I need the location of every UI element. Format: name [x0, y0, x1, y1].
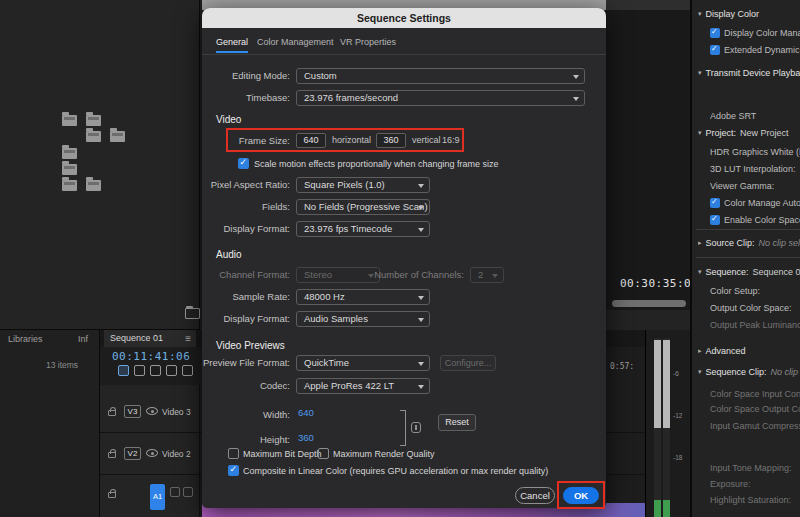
tab-sequence-01[interactable]: Sequence 01 ≡ [104, 330, 196, 347]
bin-icon[interactable] [86, 131, 101, 142]
link-dimensions-icon[interactable] [411, 422, 421, 433]
height-value[interactable]: 360 [298, 432, 314, 443]
scale-motion-checkbox[interactable] [238, 158, 249, 169]
rp-section-project[interactable]: ▾ Project: New Project [698, 127, 800, 139]
bin-icon[interactable] [62, 148, 77, 159]
new-bin-icon[interactable] [185, 308, 200, 319]
sequence-settings-dialog: Sequence Settings General Color Manageme… [202, 8, 606, 508]
number-of-channels-value: 2 [478, 269, 483, 280]
rp-section-source-clip[interactable]: ▸ Source Clip: No clip selected [698, 237, 800, 249]
lock-icon[interactable] [108, 410, 116, 416]
dimension-bracket [400, 410, 406, 446]
track-name-v3[interactable]: Video 3 [162, 407, 191, 417]
tab-general[interactable]: General [216, 37, 248, 53]
rp-section-display-color[interactable]: ▾ Display Color [698, 8, 800, 20]
horizontal-label: horizontal [332, 133, 371, 148]
sample-rate-select[interactable]: 48000 Hz [296, 289, 430, 305]
dropdown-caret-icon [573, 75, 579, 79]
bin-icon[interactable] [110, 131, 125, 142]
rp-item-label: Input Tone Mapping: [710, 463, 791, 473]
tab-color-management[interactable]: Color Management [257, 37, 334, 51]
video-display-format-select[interactable]: 23.976 fps Timecode [296, 221, 430, 237]
channel-format-value: Stereo [304, 269, 332, 280]
rp-checkbox-color-manage-auto-detect[interactable]: Color Manage Auto Detec [710, 197, 800, 209]
rp-section-sequence[interactable]: ▾ Sequence: Sequence 01 [698, 266, 800, 278]
frame-height-input[interactable]: 360 [376, 133, 406, 148]
rp-item-adobe-srt[interactable]: Adobe SRT [710, 110, 800, 122]
lock-icon[interactable] [108, 452, 116, 458]
timeline-ruler-label: 0:57: [610, 362, 634, 371]
frame-width-input[interactable]: 640 [296, 133, 326, 148]
rp-section-value: No clip selected [771, 367, 800, 377]
bin-icon[interactable] [86, 180, 101, 191]
eye-icon[interactable] [146, 407, 158, 415]
editing-mode-value: Custom [304, 70, 337, 81]
add-marker-icon[interactable] [150, 365, 161, 376]
fields-label: Fields: [202, 199, 290, 215]
lock-icon[interactable] [108, 492, 116, 498]
composite-linear-checkbox[interactable] [228, 465, 239, 476]
rp-item-hdr-graphics-white[interactable]: HDR Graphics White (Nits): [710, 146, 800, 158]
track-target-v3[interactable]: V3 [124, 405, 141, 418]
ok-button[interactable]: OK [563, 487, 599, 504]
track-name-v2[interactable]: Video 2 [162, 449, 191, 459]
snap-icon[interactable] [118, 365, 129, 376]
width-value[interactable]: 640 [298, 407, 314, 418]
rp-checkbox-display-color-management[interactable]: Display Color Managem [710, 27, 800, 39]
configure-button: Configure... [440, 355, 496, 371]
max-render-quality-checkbox[interactable] [318, 448, 329, 459]
bin-icon[interactable] [62, 115, 77, 126]
rp-checkbox-label: Extended Dynamic Range [724, 45, 800, 55]
solo-button[interactable] [183, 487, 193, 497]
timeline-timecode[interactable]: 00:11:41:06 [112, 350, 190, 363]
chevron-down-icon: ▾ [698, 268, 702, 276]
rp-item-label: HDR Graphics White (Nits): [710, 147, 800, 157]
rp-section-label: Display Color [706, 9, 760, 19]
timeline-search-icon[interactable] [182, 365, 193, 376]
rp-section-label: Advanced [706, 346, 746, 356]
track-target-v2[interactable]: V2 [124, 447, 141, 460]
sample-rate-value: 48000 Hz [304, 291, 345, 302]
audio-display-format-select[interactable]: Audio Samples [296, 311, 430, 327]
editing-mode-select[interactable]: Custom [296, 68, 585, 84]
track-target-a1[interactable]: A1 [150, 484, 165, 510]
tab-info[interactable]: Inf [78, 334, 88, 344]
rp-item-viewer-gamma[interactable]: Viewer Gamma: [710, 180, 800, 192]
monitor-zoom-scrollbar[interactable] [612, 300, 686, 307]
rp-item-color-setup[interactable]: Color Setup: [710, 285, 800, 297]
preview-file-format-select[interactable]: QuickTime [296, 355, 430, 371]
timebase-value: 23.976 frames/second [304, 92, 398, 103]
eye-icon[interactable] [146, 449, 158, 457]
rp-section-label: Transmit Device Playback [706, 68, 800, 78]
pixel-aspect-select[interactable]: Square Pixels (1.0) [296, 177, 430, 193]
dialog-title[interactable]: Sequence Settings [202, 8, 606, 28]
rp-section-sequence-clip[interactable]: ▾ Sequence Clip: No clip selected [698, 366, 800, 378]
rp-item-color-space-output-conversion: Color Space Output Conversio [710, 403, 800, 415]
linked-selection-icon[interactable] [134, 365, 145, 376]
rp-checkbox-extended-dynamic-range[interactable]: Extended Dynamic Range [710, 44, 800, 56]
reset-button[interactable]: Reset [438, 414, 476, 431]
cancel-button[interactable]: Cancel [515, 487, 555, 504]
program-timecode[interactable]: 00:30:35:08 [620, 277, 698, 290]
max-bit-depth-checkbox[interactable] [228, 448, 239, 459]
rp-item-3d-lut-interpolation[interactable]: 3D LUT Interpolation: [710, 163, 800, 175]
timebase-select[interactable]: 23.976 frames/second [296, 90, 585, 106]
tab-libraries[interactable]: Libraries [8, 334, 43, 344]
rp-item-output-peak-luminance: Output Peak Luminance: [710, 319, 800, 331]
dropdown-caret-icon [418, 184, 424, 188]
bin-icon[interactable] [62, 164, 77, 175]
rp-section-transmit-device-playback[interactable]: ▾ Transmit Device Playback [698, 67, 800, 79]
meter-tick-label: -18 [673, 454, 682, 461]
rp-section-value: No clip selected [759, 238, 800, 248]
rp-item-output-color-space[interactable]: Output Color Space: [710, 302, 800, 314]
bin-icon[interactable] [62, 180, 77, 191]
tab-vr-properties[interactable]: VR Properties [340, 37, 396, 51]
timeline-settings-icon[interactable] [166, 365, 177, 376]
panel-menu-icon[interactable]: ≡ [185, 330, 191, 347]
rp-checkbox-enable-color-space-aware[interactable]: Enable Color Space Awar [710, 214, 800, 226]
codec-select[interactable]: Apple ProRes 422 LT [296, 378, 430, 394]
rp-section-advanced[interactable]: ▸ Advanced [698, 345, 800, 357]
bin-icon[interactable] [86, 115, 101, 126]
mute-button[interactable] [170, 487, 180, 497]
fields-select[interactable]: No Fields (Progressive Scan) [296, 199, 430, 215]
